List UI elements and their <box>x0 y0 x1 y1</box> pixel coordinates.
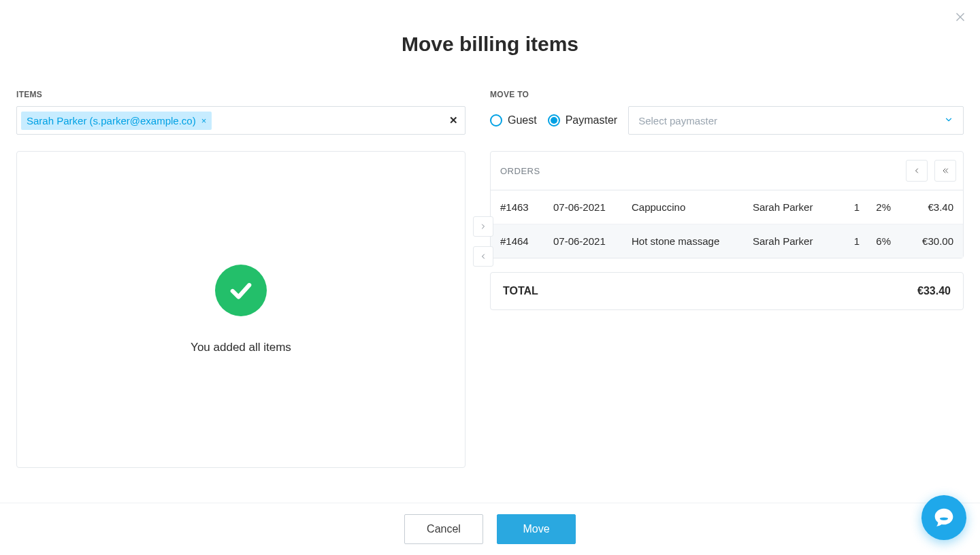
move-right-button[interactable] <box>473 216 493 237</box>
order-qty: 1 <box>838 235 860 247</box>
pager-first-button[interactable] <box>934 160 956 182</box>
close-button[interactable] <box>953 10 968 24</box>
select-placeholder: Select paymaster <box>638 115 717 127</box>
items-token-input[interactable]: Sarah Parker (s.parker@example.co) × ✕ <box>16 106 466 135</box>
chat-widget-button[interactable] <box>921 495 966 540</box>
check-circle-icon <box>215 265 267 316</box>
move-left-button[interactable] <box>473 246 493 267</box>
order-id: #1464 <box>500 235 553 247</box>
order-id: #1463 <box>500 201 553 213</box>
order-row[interactable]: #146307-06-2021CappuccinoSarah Parker12%… <box>491 190 963 224</box>
order-date: 07-06-2021 <box>553 235 632 247</box>
radio-icon <box>490 114 502 127</box>
order-amount: €30.00 <box>891 235 953 247</box>
clear-input-icon[interactable]: ✕ <box>449 114 458 127</box>
radio-guest[interactable]: Guest <box>490 114 537 127</box>
orders-header-label: ORDERS <box>500 166 540 176</box>
paymaster-select[interactable]: Select paymaster <box>628 106 964 135</box>
order-item: Hot stone massage <box>632 235 753 247</box>
order-guest: Sarah Parker <box>753 235 838 247</box>
items-label: ITEMS <box>16 90 466 99</box>
radio-guest-label: Guest <box>508 114 537 127</box>
guest-token-label: Sarah Parker (s.parker@example.co) <box>27 115 196 127</box>
orders-panel: ORDERS #146307-06-2021CappuccinoSarah Pa… <box>490 151 964 258</box>
empty-state-message: You added all items <box>191 341 291 354</box>
guest-token: Sarah Parker (s.parker@example.co) × <box>21 112 212 130</box>
move-to-label: MOVE TO <box>490 90 964 99</box>
pager-prev-button[interactable] <box>906 160 928 182</box>
radio-paymaster[interactable]: Paymaster <box>548 114 617 127</box>
order-row[interactable]: #146407-06-2021Hot stone massageSarah Pa… <box>491 224 963 258</box>
total-amount: €33.40 <box>917 285 951 297</box>
chevron-down-icon <box>944 115 953 127</box>
order-amount: €3.40 <box>891 201 953 213</box>
order-guest: Sarah Parker <box>753 201 838 213</box>
modal-title: Move billing items <box>0 0 980 56</box>
items-empty-state: You added all items <box>16 151 466 468</box>
order-item: Cappuccino <box>632 201 753 213</box>
remove-token-icon[interactable]: × <box>201 116 207 126</box>
radio-icon <box>548 114 560 127</box>
order-tax: 2% <box>860 201 891 213</box>
total-row: TOTAL €33.40 <box>490 272 964 310</box>
order-qty: 1 <box>838 201 860 213</box>
total-label: TOTAL <box>503 285 538 297</box>
order-date: 07-06-2021 <box>553 201 632 213</box>
cancel-button[interactable]: Cancel <box>404 514 483 544</box>
move-button[interactable]: Move <box>497 514 576 544</box>
radio-paymaster-label: Paymaster <box>566 114 617 127</box>
order-tax: 6% <box>860 235 891 247</box>
